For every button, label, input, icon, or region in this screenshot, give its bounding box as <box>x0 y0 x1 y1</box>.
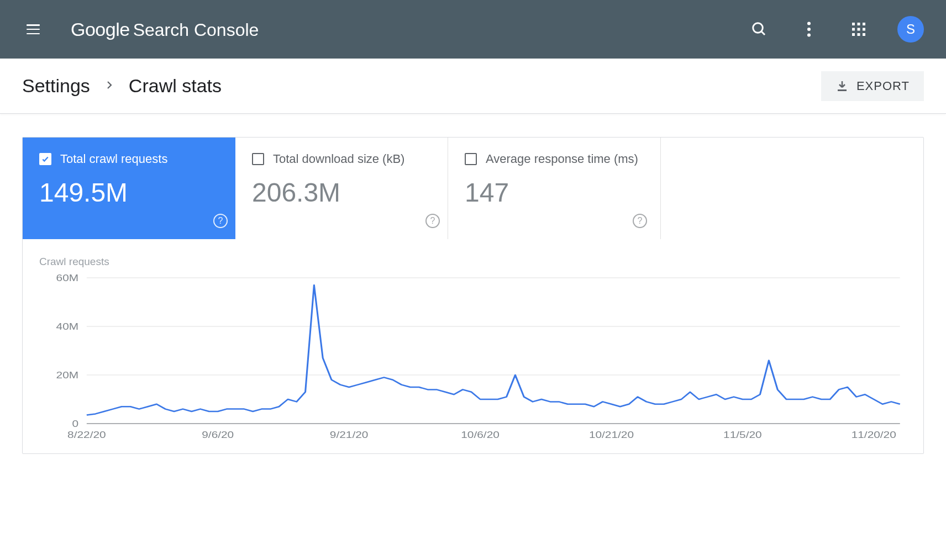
export-label: EXPORT <box>856 79 910 93</box>
metric-total-download-size[interactable]: Total download size (kB) 206.3M ? <box>235 138 448 239</box>
svg-text:20M: 20M <box>56 370 79 381</box>
avatar[interactable]: S <box>897 16 924 43</box>
chart-title: Crawl requests <box>39 256 907 268</box>
svg-rect-9 <box>858 28 860 31</box>
svg-point-2 <box>807 22 811 25</box>
crawl-stats-panel: Total crawl requests 149.5M ? Total down… <box>22 137 924 454</box>
apps-icon[interactable] <box>848 18 870 40</box>
svg-rect-13 <box>863 33 865 36</box>
breadcrumb-current: Crawl stats <box>129 75 222 97</box>
help-icon[interactable]: ? <box>425 214 440 228</box>
app-header: Google Search Console S <box>0 0 946 59</box>
svg-rect-11 <box>852 33 855 36</box>
svg-rect-6 <box>858 23 860 25</box>
svg-rect-12 <box>858 33 860 36</box>
svg-rect-8 <box>852 28 855 31</box>
svg-text:11/20/20: 11/20/20 <box>852 430 896 440</box>
chart-area: Crawl requests 020M40M60M8/22/209/6/209/… <box>23 239 923 453</box>
menu-icon[interactable] <box>22 18 44 40</box>
metric-empty <box>661 138 923 239</box>
svg-text:9/21/20: 9/21/20 <box>330 430 369 440</box>
logo[interactable]: Google Search Console <box>71 19 259 40</box>
metric-avg-response-time[interactable]: Average response time (ms) 147 ? <box>448 138 661 239</box>
svg-rect-7 <box>863 23 865 25</box>
svg-rect-10 <box>863 28 865 31</box>
svg-point-0 <box>753 23 763 33</box>
search-icon[interactable] <box>748 18 770 40</box>
metric-label: Total download size (kB) <box>273 152 404 166</box>
help-icon[interactable]: ? <box>213 214 228 228</box>
help-icon[interactable]: ? <box>633 214 647 228</box>
svg-point-3 <box>807 28 811 31</box>
search-console-text: Search Console <box>133 20 259 40</box>
svg-text:11/5/20: 11/5/20 <box>723 430 762 440</box>
metric-value: 206.3M <box>252 177 431 208</box>
metrics-row: Total crawl requests 149.5M ? Total down… <box>23 138 923 239</box>
metric-value: 147 <box>465 177 644 208</box>
content-area: Total crawl requests 149.5M ? Total down… <box>0 114 946 477</box>
crawl-requests-chart: 020M40M60M8/22/209/6/209/21/2010/6/2010/… <box>39 274 907 440</box>
export-button[interactable]: EXPORT <box>821 71 924 101</box>
svg-text:40M: 40M <box>56 321 79 332</box>
checkbox-icon <box>465 153 477 165</box>
breadcrumb-bar: Settings Crawl stats EXPORT <box>0 59 946 114</box>
metric-value: 149.5M <box>39 177 219 208</box>
checkbox-icon <box>252 153 264 165</box>
svg-text:9/6/20: 9/6/20 <box>202 430 234 440</box>
svg-rect-14 <box>838 89 847 91</box>
header-actions: S <box>748 16 924 43</box>
svg-point-4 <box>807 33 811 36</box>
svg-text:8/22/20: 8/22/20 <box>67 430 106 440</box>
svg-line-1 <box>761 31 765 35</box>
svg-text:0: 0 <box>72 419 79 429</box>
metric-total-crawl-requests[interactable]: Total crawl requests 149.5M ? <box>23 138 235 239</box>
checkbox-icon <box>39 153 51 165</box>
svg-rect-5 <box>852 23 855 25</box>
breadcrumb-parent[interactable]: Settings <box>22 75 90 97</box>
chevron-right-icon <box>104 80 114 92</box>
download-icon <box>835 80 849 93</box>
metric-label: Average response time (ms) <box>486 152 638 166</box>
svg-text:10/21/20: 10/21/20 <box>589 430 634 440</box>
more-icon[interactable] <box>798 18 820 40</box>
avatar-letter: S <box>906 22 915 37</box>
svg-text:60M: 60M <box>56 274 79 283</box>
google-logo-text: Google <box>71 19 130 40</box>
metric-label: Total crawl requests <box>60 152 167 166</box>
svg-text:10/6/20: 10/6/20 <box>461 430 500 440</box>
